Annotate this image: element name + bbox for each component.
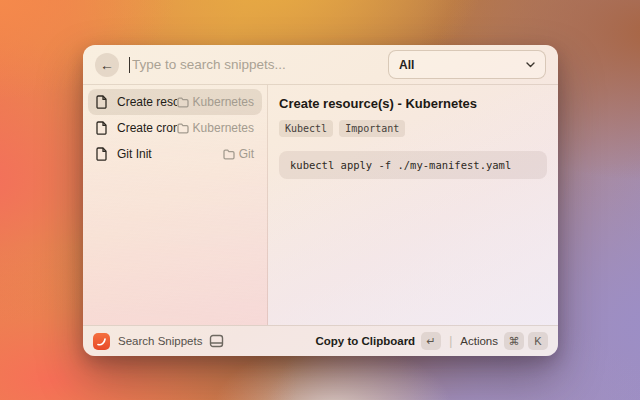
folder-name: Kubernetes	[193, 95, 254, 109]
text-caret	[129, 57, 130, 73]
back-button[interactable]: ←	[95, 53, 119, 77]
snippet-list: Create resource(s) Kubernetes Create cro…	[83, 85, 268, 325]
back-arrow-icon: ←	[100, 57, 114, 73]
folder-icon	[177, 123, 189, 134]
code-text: kubectl apply -f ./my-manifest.yaml	[290, 159, 536, 171]
folder-name: Kubernetes	[193, 121, 254, 135]
detail-tags: Kubectl Important	[279, 120, 547, 137]
snippets-window: ← All Create resource(s)	[83, 45, 558, 356]
filter-dropdown[interactable]: All	[388, 50, 546, 79]
return-key-icon: ↵	[421, 332, 441, 350]
snippet-folder: Kubernetes	[177, 121, 254, 135]
document-icon	[96, 121, 109, 135]
actions-label: Actions	[460, 335, 498, 347]
folder-name: Git	[239, 147, 254, 161]
detail-title: Create resource(s) - Kubernetes	[279, 96, 547, 111]
search-input[interactable]	[132, 57, 388, 72]
document-icon	[96, 95, 109, 109]
snippet-list-item[interactable]: Create cronjob Kubernetes	[88, 115, 262, 141]
snippets-drawer-icon	[209, 334, 224, 348]
app-name: Search Snippets	[118, 335, 202, 347]
snippet-folder: Git	[223, 147, 254, 161]
window-body: Create resource(s) Kubernetes Create cro…	[83, 85, 558, 325]
chevron-down-icon	[526, 62, 535, 68]
tag-chip: Kubectl	[279, 120, 333, 137]
action-bar: Search Snippets Copy to Clipboard ↵ | Ac…	[83, 325, 558, 356]
snippet-folder: Kubernetes	[177, 95, 254, 109]
copy-to-clipboard-button[interactable]: Copy to Clipboard ↵	[315, 332, 441, 350]
snippet-list-item[interactable]: Git Init Git	[88, 141, 262, 167]
folder-icon	[177, 97, 189, 108]
snippet-detail: Create resource(s) - Kubernetes Kubectl …	[268, 85, 558, 325]
search-header: ← All	[83, 45, 558, 85]
snippet-name: Create cronjob	[117, 121, 177, 135]
keycap: K	[528, 332, 548, 350]
filter-dropdown-value: All	[399, 58, 526, 72]
folder-icon	[223, 149, 235, 160]
footer-divider: |	[449, 334, 452, 348]
snippet-name: Git Init	[117, 147, 223, 161]
keycap: ⌘	[504, 332, 524, 350]
actions-keycaps: ⌘ K	[504, 332, 548, 350]
actions-button[interactable]: Actions ⌘ K	[460, 332, 548, 350]
copy-to-clipboard-label: Copy to Clipboard	[315, 335, 415, 347]
snippet-name: Create resource(s)	[117, 95, 177, 109]
document-icon	[96, 147, 109, 161]
snippet-list-item[interactable]: Create resource(s) Kubernetes	[88, 89, 262, 115]
tag-chip: Important	[339, 120, 405, 137]
raycast-logo-icon	[93, 333, 110, 350]
code-block: kubectl apply -f ./my-manifest.yaml	[279, 151, 547, 179]
search-field-wrap	[129, 57, 388, 73]
